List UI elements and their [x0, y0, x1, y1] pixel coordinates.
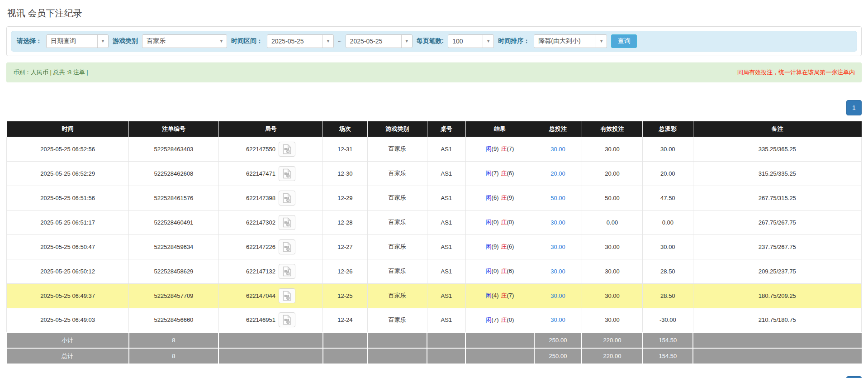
- cell-note: 315.25/335.25: [693, 161, 861, 186]
- result-player-label: 闲: [486, 170, 492, 177]
- page-title: 视讯 会员下注纪录: [7, 7, 862, 19]
- video-replay-button[interactable]: [279, 191, 295, 206]
- filter-bar: 请选择： 日期查询 ▼ 游戏类别 百家乐 ▼ 时间区间： 2025-05-25 …: [11, 31, 857, 52]
- page-button-1-bottom[interactable]: 1: [846, 376, 862, 378]
- chevron-down-icon: ▼: [97, 35, 108, 48]
- subtotal-payout: 154.50: [643, 332, 693, 348]
- summary-bar: 币别：人民币 | 总共 :8 注单 | 同局有效投注，统一计算在该局第一张注单内: [6, 62, 862, 82]
- cell-note: 210.75/180.75: [693, 308, 861, 332]
- cell-total-bet: 30.00: [534, 137, 582, 161]
- video-replay-button[interactable]: [279, 166, 295, 181]
- total-label: 总计: [7, 348, 129, 364]
- cell-time: 2025-05-25 06:52:29: [7, 161, 129, 186]
- cell-bet-id: 522528463403: [129, 137, 218, 161]
- video-replay-button[interactable]: [279, 239, 295, 254]
- cell-bet-id: 522528462608: [129, 161, 218, 186]
- chevron-down-icon: ▼: [401, 35, 412, 48]
- result-player-label: 闲: [486, 268, 492, 274]
- total-bet-link[interactable]: 30.00: [550, 219, 565, 226]
- valid-bet-note: 同局有效投注，统一计算在该局第一张注单内: [737, 68, 855, 77]
- cell-bet-id: 522528458629: [129, 259, 218, 283]
- cell-total-bet: 30.00: [534, 283, 582, 308]
- per-page-value: 100: [448, 38, 483, 45]
- total-bet-link[interactable]: 30.00: [550, 316, 565, 323]
- cell-game: 百家乐: [367, 210, 427, 234]
- cell-bet-id: 522528461576: [129, 186, 218, 210]
- cell-result: 闲(9)庄(6): [465, 234, 534, 259]
- result-banker-label: 庄: [501, 194, 507, 201]
- cell-time: 2025-05-25 06:52:56: [7, 137, 129, 161]
- total-bet-link[interactable]: 50.00: [550, 195, 565, 201]
- round-number: 622147132: [246, 268, 275, 275]
- cell-time: 2025-05-25 06:49:03: [7, 308, 129, 332]
- round-wrap: 622147044: [246, 288, 295, 303]
- total-bet-link[interactable]: 30.00: [550, 244, 565, 250]
- empty-cell: [427, 348, 465, 364]
- column-header-9: 总派彩: [643, 121, 693, 137]
- cell-note: 267.75/315.25: [693, 186, 861, 210]
- total-bet-link[interactable]: 30.00: [550, 146, 565, 153]
- cell-result: 闲(9)庄(7): [465, 137, 534, 161]
- query-type-select[interactable]: 日期查询 ▼: [46, 34, 109, 48]
- round-wrap: 622146951: [246, 312, 295, 327]
- cell-payout: -30.00: [643, 308, 693, 332]
- total-bet-link[interactable]: 30.00: [550, 268, 565, 275]
- video-replay-button[interactable]: [279, 264, 295, 279]
- per-page-select[interactable]: 100 ▼: [448, 34, 494, 48]
- date-from-value: 2025-05-25: [267, 38, 323, 45]
- result-banker-label: 庄: [501, 268, 507, 274]
- column-header-2: 局号: [218, 121, 323, 137]
- result-player-score: (9): [492, 243, 499, 250]
- subtotal-row: 小计8250.00220.00154.50: [7, 332, 862, 348]
- cell-round: 622147044: [218, 283, 323, 308]
- empty-cell: [367, 332, 427, 348]
- cell-round: 622147226: [218, 234, 323, 259]
- result-banker-label: 庄: [501, 145, 507, 152]
- query-type-value: 日期查询: [47, 37, 97, 45]
- video-replay-button[interactable]: [279, 288, 295, 303]
- cell-note: 209.25/237.75: [693, 259, 861, 283]
- cell-bet-id: 522528460491: [129, 210, 218, 234]
- video-replay-icon: [282, 193, 292, 203]
- table-row: 2025-05-25 06:49:03522528456660622146951…: [7, 308, 862, 332]
- date-to-select[interactable]: 2025-05-25 ▼: [346, 34, 413, 48]
- time-sort-select[interactable]: 降冪(由大到小) ▼: [534, 34, 607, 48]
- chevron-down-icon: ▼: [483, 35, 493, 48]
- table-row: 2025-05-25 06:50:12522528458629622147132…: [7, 259, 862, 283]
- cell-game: 百家乐: [367, 137, 427, 161]
- search-button[interactable]: 查询: [611, 34, 637, 48]
- total-payout: 154.50: [643, 348, 693, 364]
- column-header-3: 场次: [323, 121, 367, 137]
- date-from-select[interactable]: 2025-05-25 ▼: [267, 34, 334, 48]
- page-button-1[interactable]: 1: [846, 100, 862, 115]
- cell-round: 622147398: [218, 186, 323, 210]
- total-bet-link[interactable]: 20.00: [550, 170, 565, 177]
- round-number: 622146951: [246, 316, 275, 323]
- video-replay-button[interactable]: [279, 142, 295, 157]
- cell-table-no: AS1: [427, 210, 465, 234]
- time-sort-value: 降冪(由大到小): [534, 37, 596, 45]
- empty-cell: [367, 348, 427, 364]
- result-banker-score: (6): [507, 243, 514, 250]
- cell-payout: 20.00: [643, 161, 693, 186]
- cell-table-no: AS1: [427, 308, 465, 332]
- cell-time: 2025-05-25 06:50:47: [7, 234, 129, 259]
- cell-table-no: AS1: [427, 234, 465, 259]
- subtotal-note: [693, 332, 861, 348]
- result-player-score: (7): [492, 170, 499, 177]
- column-header-0: 时间: [7, 121, 129, 137]
- cell-valid-bet: 30.00: [582, 137, 642, 161]
- game-category-select[interactable]: 百家乐 ▼: [142, 34, 227, 48]
- cell-payout: 30.00: [643, 234, 693, 259]
- result-player-score: (0): [492, 268, 499, 274]
- video-replay-button[interactable]: [279, 215, 295, 230]
- cell-bet-id: 522528459634: [129, 234, 218, 259]
- total-bet-link[interactable]: 30.00: [550, 292, 565, 299]
- currency-summary-text: 币别：人民币 | 总共 :8 注单 |: [13, 68, 88, 77]
- video-replay-button[interactable]: [279, 312, 295, 327]
- pagination-bottom: 1: [6, 376, 862, 378]
- total-count: 8: [129, 348, 218, 364]
- cell-session: 12-27: [323, 234, 367, 259]
- cell-session: 12-26: [323, 259, 367, 283]
- cell-session: 12-30: [323, 161, 367, 186]
